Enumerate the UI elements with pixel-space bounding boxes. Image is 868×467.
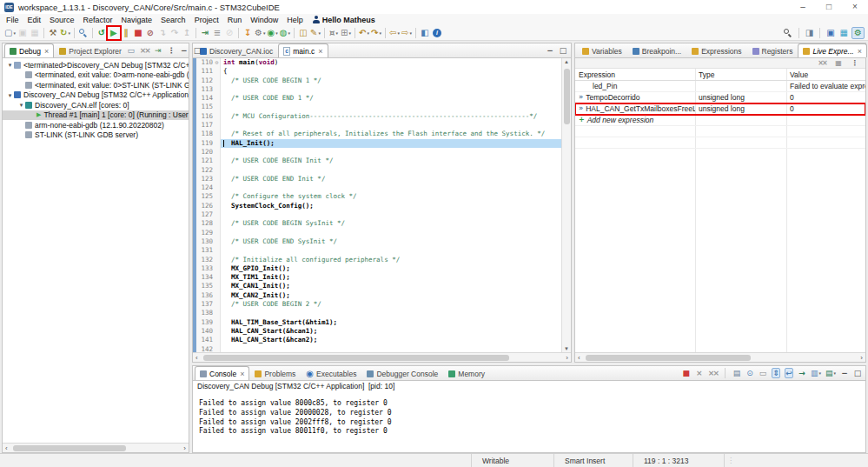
tab-console[interactable]: Console× — [195, 366, 249, 380]
menu-search[interactable]: Search — [156, 16, 190, 24]
maximize-icon[interactable]: □ — [853, 368, 862, 378]
column-header-type[interactable]: Type — [695, 69, 786, 80]
menu-run[interactable]: Run — [223, 16, 247, 24]
debug-tree-item[interactable]: ▾Discovery_CAN Debug [STM32 C/C++ Applic… — [3, 90, 189, 101]
expression-row[interactable]: led_PinFailed to evaluate expression — [575, 81, 865, 92]
forward-icon-dropdown[interactable]: ▾ — [409, 30, 412, 36]
tab-executables[interactable]: ◉Executables — [301, 366, 361, 380]
tab-problems[interactable]: Problems — [249, 366, 301, 380]
remove-all-launches-icon[interactable]: ×× — [708, 368, 718, 378]
terminate-icon[interactable]: ■ — [682, 368, 691, 378]
show-stdout-icon[interactable]: → — [798, 368, 806, 378]
scroll-up-arrow[interactable]: ▲ — [562, 59, 571, 64]
word-wrap-icon[interactable]: ↩ — [785, 368, 793, 378]
next-annotation-icon[interactable]: ↷▾ — [370, 27, 382, 39]
view-menu-icon[interactable]: ⋮ — [849, 57, 861, 70]
editor-vertical-scrollbar[interactable]: ▲ ▼ — [561, 58, 571, 352]
run-icon-dropdown[interactable]: ▾ — [275, 30, 278, 36]
block-select-icon-dropdown[interactable]: ▾ — [348, 30, 351, 36]
layout-icon[interactable]: ▦ — [832, 57, 845, 70]
resume-icon[interactable]: ▶ — [108, 27, 120, 39]
tab-project-explorer[interactable]: Project Explorer — [54, 43, 126, 57]
tab-registers[interactable]: Registers — [747, 43, 798, 57]
search-small-icon[interactable] — [77, 27, 89, 39]
menu-help[interactable]: Help — [282, 16, 308, 24]
external-tools-icon-dropdown[interactable]: ▾ — [288, 30, 290, 36]
block-select-icon[interactable]: ⊞▾ — [340, 27, 352, 39]
close-icon[interactable]: × — [318, 47, 322, 56]
mark-occurrences-icon-dropdown[interactable]: ▾ — [335, 30, 338, 36]
open-new-window-icon[interactable]: ◧ — [419, 27, 431, 39]
window-minimize-icon[interactable]: – — [790, 0, 816, 14]
remove-all-icon[interactable]: ×× — [816, 57, 828, 70]
debug-tree-item[interactable]: <terminated, exit value: 0>arm-none-eabi… — [3, 70, 189, 81]
debug-tree-item[interactable]: ▶Thread #1 [main] 1 [core: 0] (Running :… — [3, 110, 189, 121]
window-maximize-icon[interactable]: □ — [816, 0, 842, 14]
open-element-icon[interactable]: ◫ — [297, 27, 309, 39]
next-annotation-icon-dropdown[interactable]: ▾ — [379, 30, 381, 36]
back-icon-dropdown[interactable]: ▾ — [397, 30, 400, 36]
console-output[interactable]: Failed to assign value 8000c85, to regis… — [193, 391, 865, 452]
scroll-lock-icon[interactable]: ⇕ — [772, 368, 780, 378]
save-icon[interactable]: ▣ — [17, 27, 29, 39]
build-icon[interactable]: ⚒ — [47, 27, 59, 39]
menu-navigate[interactable]: Navigate — [117, 16, 157, 24]
close-icon[interactable]: × — [858, 47, 862, 56]
step-filters-icon[interactable]: ⇥ — [154, 45, 162, 56]
minimize-icon[interactable]: − — [840, 368, 849, 378]
tab-main-c[interactable]: cmain.c× — [278, 43, 328, 57]
scroll-left-arrow[interactable]: ‹ — [578, 354, 580, 362]
debug-launch-tree[interactable]: ▾<terminated>Discovery_CAN Debug [STM32 … — [3, 58, 189, 443]
open-perspective-icon[interactable]: ◨ — [804, 28, 815, 38]
open-console-icon-dropdown[interactable]: ▾ — [833, 370, 836, 376]
search-icon[interactable] — [782, 27, 794, 39]
open-console-icon[interactable]: ▤▾ — [825, 368, 836, 378]
tab-variables[interactable]: Variables — [577, 43, 627, 57]
save-all-icon[interactable]: ▦ — [29, 27, 41, 39]
tab-live-expre[interactable]: Live Expre...× — [798, 43, 867, 57]
maximize-icon[interactable]: □ — [193, 45, 202, 56]
menu-project[interactable]: Project — [190, 16, 223, 24]
run-icon[interactable]: ◉▾ — [266, 27, 278, 39]
close-icon[interactable]: × — [44, 47, 49, 56]
expander-icon[interactable]: ▾ — [6, 62, 14, 68]
tab-breakpoin[interactable]: Breakpoin... — [627, 43, 686, 57]
display-console-icon-dropdown[interactable]: ▾ — [818, 370, 821, 376]
maximize-icon[interactable]: □ — [559, 45, 567, 56]
tab-memory[interactable]: Memory — [443, 366, 490, 380]
minimize-icon[interactable]: − — [180, 45, 189, 56]
expander-icon[interactable]: ▾ — [17, 102, 25, 108]
column-header-expression[interactable]: Expression — [575, 69, 695, 80]
info-icon[interactable]: i — [431, 27, 443, 39]
clear-console-icon[interactable]: ▭ — [759, 368, 767, 378]
scrollbar-thumb[interactable] — [586, 355, 751, 361]
scroll-right-arrow[interactable]: › — [183, 444, 186, 452]
annotation-brush-icon[interactable]: ✎▾ — [309, 27, 321, 39]
skip-breakpoints-icon[interactable]: ⊘ — [223, 27, 235, 39]
new-wizard-icon[interactable]: ▢▾ — [3, 27, 17, 39]
close-icon[interactable]: × — [240, 370, 244, 378]
tab-expressions[interactable]: Expressions — [686, 43, 746, 57]
debug-tree-item[interactable]: ▾Discovery_CAN.elf [cores: 0] — [3, 100, 189, 110]
remove-all-terminated-icon[interactable]: ×× — [140, 45, 149, 56]
user-menu[interactable]: Hello Matheus — [308, 16, 375, 24]
gear-icon[interactable]: ⚙▾ — [254, 27, 266, 39]
debug-tree-item[interactable]: ST-LINK (ST-LINK GDB server) — [3, 130, 189, 141]
external-tools-icon[interactable]: ◍▾ — [279, 27, 291, 39]
suspend-icon[interactable]: ∥ — [120, 27, 132, 39]
menu-file[interactable]: File — [2, 16, 23, 24]
scroll-down-arrow[interactable]: ▼ — [562, 346, 571, 351]
annotation-brush-icon-dropdown[interactable]: ▾ — [318, 30, 321, 36]
show-debug-window-icon[interactable]: ▭ — [127, 45, 136, 56]
menu-window[interactable]: Window — [246, 16, 282, 24]
step-over-icon[interactable]: ↷ — [169, 27, 181, 39]
gear-icon-dropdown[interactable]: ▾ — [263, 30, 266, 36]
editor-horizontal-scrollbar[interactable]: ‹ › — [193, 352, 571, 362]
tab-debugger-console[interactable]: Debugger Console — [361, 366, 443, 380]
disconnect-icon[interactable]: ⊘ — [144, 27, 156, 39]
back-icon[interactable]: ⇦▾ — [388, 27, 401, 39]
instruction-step-icon[interactable]: ⇥ — [199, 27, 211, 39]
prev-annotation-icon-dropdown[interactable]: ▾ — [367, 30, 369, 36]
scroll-right-arrow[interactable]: › — [566, 354, 568, 362]
show-console-output-icon[interactable]: ▤ — [732, 368, 741, 378]
